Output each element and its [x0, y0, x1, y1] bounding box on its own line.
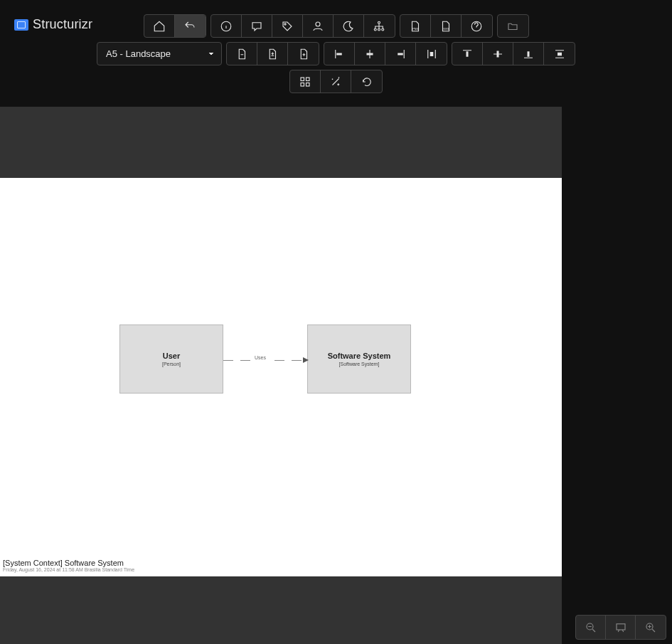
svg-rect-44 [617, 623, 625, 629]
svg-point-3 [284, 23, 285, 24]
hierarchy-button[interactable] [364, 15, 395, 37]
export-svg-button[interactable]: SVG [431, 15, 462, 37]
page-minus-icon [235, 48, 248, 60]
export-png-button[interactable]: PNG [400, 15, 431, 37]
perspectives-button[interactable] [303, 15, 334, 37]
svg-point-8 [382, 28, 384, 31]
fullscreen-button[interactable] [498, 15, 528, 37]
align-top-icon [461, 48, 474, 60]
align-right-button[interactable] [385, 43, 416, 65]
svg-point-4 [316, 22, 320, 26]
grid-icon [299, 75, 311, 88]
svg-file-icon: SVG [439, 20, 452, 33]
tags-button[interactable] [272, 15, 303, 37]
align-left-icon [333, 48, 346, 60]
export-group: PNG SVG [400, 14, 493, 38]
svg-rect-39 [301, 83, 304, 86]
dash-icon [223, 360, 233, 361]
undo-icon [183, 20, 196, 33]
relationship-uses[interactable]: Uses [223, 358, 309, 364]
align-left-button[interactable] [324, 43, 355, 65]
caption-title: [System Context] Software System [3, 559, 134, 567]
svg-rect-27 [430, 52, 433, 56]
svg-line-42 [592, 629, 595, 632]
element-software-system[interactable]: Software System [Software System] [307, 324, 411, 394]
zoom-in-icon [644, 621, 657, 634]
distribute-v-button[interactable] [544, 43, 575, 65]
svg-point-7 [378, 28, 380, 31]
help-icon [470, 20, 483, 33]
svg-rect-37 [301, 78, 304, 81]
page-auto-button[interactable] [257, 43, 288, 65]
presentation-icon [614, 621, 627, 634]
svg-rect-40 [306, 83, 310, 86]
svg-rect-22 [367, 53, 373, 55]
svg-rect-38 [306, 78, 310, 81]
svg-text:PNG: PNG [412, 27, 418, 30]
element-subtitle: [Person] [162, 361, 181, 366]
svg-rect-29 [466, 51, 469, 57]
diagram-page[interactable]: User [Person] Software System [Software … [0, 178, 562, 576]
folder-icon [506, 20, 519, 33]
align-h-center-button[interactable] [355, 43, 385, 65]
info-button[interactable] [211, 15, 242, 37]
distribute-v-icon [553, 48, 566, 60]
toolbar-row-3 [289, 70, 383, 93]
dash-icon [240, 360, 250, 361]
element-title: User [163, 352, 180, 360]
zoom-fit-button[interactable] [606, 616, 636, 639]
reset-layout-button[interactable] [351, 70, 382, 93]
reset-icon [361, 75, 373, 88]
moon-icon [342, 20, 355, 33]
page-plus-icon [297, 48, 310, 60]
element-title: Software System [328, 352, 391, 360]
dark-mode-button[interactable] [334, 15, 364, 37]
svg-rect-24 [398, 53, 403, 55]
element-subtitle: [Software System] [339, 361, 380, 366]
toolbar-row-1: PNG SVG [144, 14, 529, 38]
hierarchy-icon [373, 20, 385, 33]
layout-group [289, 70, 383, 93]
align-v-center-button[interactable] [483, 43, 513, 65]
align-right-icon [394, 48, 407, 60]
help-button[interactable] [462, 15, 492, 37]
dash-icon [274, 360, 284, 361]
magic-icon [329, 75, 342, 88]
tag-icon [281, 20, 294, 33]
svg-rect-20 [336, 53, 342, 55]
toolbar-row-2: A5 - Landscape [97, 42, 575, 65]
svg-point-6 [374, 28, 376, 31]
zoom-in-button[interactable] [636, 616, 666, 639]
page-shrink-button[interactable] [227, 43, 257, 65]
distribute-h-button[interactable] [416, 43, 447, 65]
png-file-icon: PNG [409, 20, 422, 33]
dash-icon [292, 360, 302, 361]
user-icon [311, 20, 324, 33]
zoom-out-icon [585, 621, 597, 634]
v-align-group [452, 42, 575, 65]
info-icon [220, 20, 233, 33]
view-group [210, 14, 395, 38]
align-v-center-icon [491, 48, 504, 60]
page-size-select[interactable]: A5 - Landscape [97, 42, 222, 65]
svg-point-5 [378, 21, 380, 23]
canvas-viewport[interactable]: User [Person] Software System [Software … [0, 107, 562, 644]
align-bottom-button[interactable] [513, 43, 544, 65]
align-top-button[interactable] [452, 43, 483, 65]
zoom-out-button[interactable] [576, 616, 606, 639]
autolayout-button[interactable] [321, 70, 351, 93]
align-h-center-icon [363, 48, 376, 60]
home-icon [153, 20, 166, 33]
zoom-controls [575, 615, 666, 640]
element-user[interactable]: User [Person] [119, 324, 223, 394]
h-align-group [324, 42, 447, 65]
multiselect-button[interactable] [290, 70, 321, 93]
toolbar: PNG SVG A5 - Landscape [0, 14, 672, 93]
home-button[interactable] [144, 15, 175, 37]
svg-rect-33 [528, 51, 530, 57]
svg-rect-31 [497, 51, 499, 57]
page-grow-button[interactable] [288, 43, 319, 65]
undo-button[interactable] [175, 15, 206, 37]
page-auto-icon [266, 48, 279, 60]
comments-button[interactable] [242, 15, 272, 37]
